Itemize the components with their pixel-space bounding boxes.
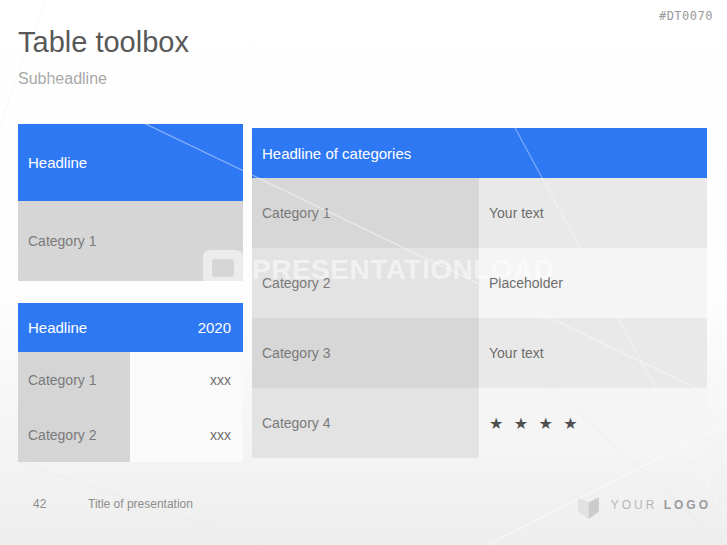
table-small: Headline 2020 Category 1 xxx Category 2 … — [18, 303, 243, 462]
category-label: Category 2 — [18, 407, 130, 462]
table-simple: Headline Category 1 — [18, 124, 243, 281]
table-row: Category 1 — [18, 201, 243, 281]
table-simple-header: Headline — [18, 124, 243, 201]
logo-word-light: YOUR — [611, 498, 658, 512]
table-row: Category 1 Your text — [252, 178, 707, 248]
category-label: Category 1 — [18, 233, 96, 249]
category-label: Category 4 — [252, 388, 479, 458]
table-row: Category 3 Your text — [252, 318, 707, 388]
page-title: Table toolbox — [18, 27, 189, 59]
table-row: Category 1 xxx — [18, 352, 243, 407]
table-small-header-label: Headline — [28, 319, 87, 336]
table-small-header-year: 2020 — [198, 319, 231, 336]
category-label: Category 3 — [252, 318, 479, 388]
category-value: xxx — [130, 407, 243, 462]
category-label: Category 2 — [252, 248, 479, 318]
page-number: 42 — [33, 497, 46, 511]
page-subtitle: Subheadline — [18, 70, 107, 88]
category-label: Category 1 — [18, 352, 130, 407]
table-small-header: Headline 2020 — [18, 303, 243, 352]
star-rating-icon: ★ ★ ★ ★ — [489, 414, 581, 433]
category-value: Placeholder — [479, 248, 707, 318]
logo-word-bold: LOGO — [664, 498, 711, 512]
table-row: Category 2 xxx — [18, 407, 243, 462]
category-value: xxx — [130, 352, 243, 407]
table-simple-header-label: Headline — [28, 154, 87, 171]
category-value: Your text — [479, 318, 707, 388]
table-row: Category 2 Placeholder — [252, 248, 707, 318]
table-categories-header-label: Headline of categories — [262, 145, 411, 162]
slide: #DT0070 Table toolbox Subheadline Headli… — [0, 0, 727, 545]
footer-presentation-title: Title of presentation — [88, 497, 193, 511]
table-row: Category 4 ★ ★ ★ ★ — [252, 388, 707, 458]
product-code: #DT0070 — [659, 9, 713, 23]
logo-text: YOUR LOGO — [611, 498, 711, 512]
table-categories: Headline of categories 2020 Category 1 Y… — [252, 128, 707, 458]
category-label: Category 1 — [252, 178, 479, 248]
table-categories-header: Headline of categories 2020 — [252, 128, 707, 178]
brand-logo: YOUR LOGO — [576, 490, 711, 519]
category-value: Your text — [479, 178, 707, 248]
cube-logo-icon — [576, 490, 601, 519]
